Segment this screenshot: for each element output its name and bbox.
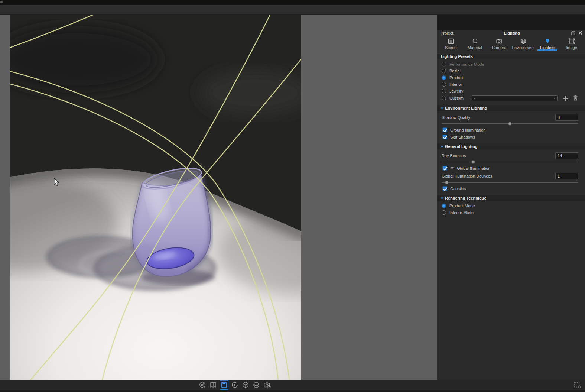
caustics-row[interactable]: Caustics	[442, 185, 578, 192]
self-shadows-row[interactable]: Self Shadows	[442, 134, 578, 140]
ray-bounces-row: Ray Bounces	[442, 152, 578, 159]
workspace-background: Project Lighting Scene	[0, 15, 437, 380]
self-shadows-checkbox[interactable]	[442, 135, 447, 139]
environment-lighting-header[interactable]: Environment Lighting	[437, 105, 585, 111]
radio-interior-mode[interactable]	[442, 210, 446, 215]
animation-button[interactable]	[230, 380, 239, 389]
preset-jewelry[interactable]: Jewelry	[442, 88, 578, 94]
ray-bounces-input[interactable]	[555, 152, 578, 159]
global-illumination-expander-icon[interactable]	[451, 167, 454, 169]
collapse-chevron-icon	[441, 196, 443, 199]
xr-cube-icon	[242, 381, 249, 389]
collapse-chevron-icon	[441, 144, 443, 147]
undock-panel-icon[interactable]	[571, 30, 575, 35]
gi-bounces-slider-handle[interactable]	[445, 181, 449, 184]
ground-illumination-checkbox[interactable]	[442, 127, 447, 132]
import-button[interactable]	[198, 380, 207, 389]
radio-product[interactable]	[442, 75, 446, 80]
window-titlebar	[0, 0, 585, 5]
main-toolbar	[0, 5, 585, 15]
interior-mode-row[interactable]: Interior Mode	[442, 209, 578, 216]
material-studio-icon	[253, 381, 260, 389]
keyshotxr-button[interactable]	[241, 380, 250, 389]
import-icon	[199, 381, 206, 389]
library-button[interactable]	[209, 380, 218, 389]
radio-custom[interactable]	[442, 96, 446, 100]
radio-interior[interactable]	[442, 82, 446, 87]
global-illumination-row[interactable]: Global Illumination	[442, 165, 578, 171]
render-camera-icon	[263, 381, 271, 389]
radio-basic[interactable]	[442, 69, 446, 73]
scene-list-icon	[448, 38, 454, 45]
custom-preset-dropdown[interactable]: -	[472, 95, 558, 101]
studio-button[interactable]	[252, 380, 261, 389]
tab-scene[interactable]: Scene	[439, 37, 463, 51]
lighting-presets-title: Lighting Presets	[441, 54, 473, 59]
project-button[interactable]	[220, 380, 228, 389]
panel-active-tab-title: Lighting	[453, 31, 571, 35]
window-bottom-strip	[0, 390, 585, 392]
gi-bounces-slider[interactable]	[442, 180, 578, 185]
tab-lighting-label: Lighting	[540, 45, 555, 50]
gi-bounces-row: Global Illumination Bounces	[442, 172, 578, 180]
collapse-chevron-icon	[441, 106, 443, 109]
camera-icon	[496, 38, 503, 45]
project-panel-titlebar[interactable]: Project Lighting	[437, 30, 585, 36]
lighting-bulb-icon	[544, 38, 551, 45]
shadow-quality-input[interactable]	[555, 114, 578, 121]
dropdown-arrow-icon	[553, 98, 556, 99]
radio-product-mode[interactable]	[442, 204, 446, 208]
add-custom-preset-button[interactable]	[563, 95, 568, 101]
preset-interior[interactable]: Interior	[442, 81, 578, 88]
ray-bounces-slider[interactable]	[442, 160, 578, 164]
preset-product[interactable]: Product	[442, 74, 578, 81]
tab-lighting[interactable]: Lighting	[535, 37, 559, 51]
radio-performance-mode[interactable]	[442, 62, 446, 67]
gi-bounces-label: Global Illumination Bounces	[442, 174, 492, 178]
shadow-quality-slider[interactable]	[442, 122, 578, 126]
project-tab-bar: Scene Material Camera Environment Lighti…	[437, 36, 585, 51]
ray-bounces-label: Ray Bounces	[442, 153, 466, 158]
project-panel-label: Project	[441, 31, 453, 35]
tab-image[interactable]: Image	[559, 37, 584, 51]
lighting-presets-header: Lighting Presets	[437, 53, 585, 59]
tab-camera-label: Camera	[492, 45, 506, 50]
preset-performance-mode[interactable]: Performance Mode	[442, 61, 578, 68]
close-panel-icon[interactable]	[578, 30, 583, 35]
tab-material[interactable]: Material	[463, 37, 487, 51]
material-sphere-icon	[472, 38, 478, 45]
radio-jewelry[interactable]	[442, 89, 446, 93]
delete-custom-preset-button[interactable]	[573, 95, 578, 101]
tab-image-label: Image	[566, 45, 577, 50]
animation-icon	[231, 381, 238, 389]
global-illumination-checkbox[interactable]	[442, 166, 447, 171]
lighting-presets-options: Performance Mode Basic Product Interior …	[437, 59, 585, 102]
product-mode-row[interactable]: Product Mode	[442, 203, 578, 209]
keyshot-window: Project Lighting Scene	[0, 0, 585, 392]
project-panel: Project Lighting Scene	[437, 30, 585, 392]
shadow-quality-slider-handle[interactable]	[508, 122, 512, 126]
general-lighting-header[interactable]: General Lighting	[437, 143, 585, 149]
tab-environment-label: Environment	[512, 45, 535, 50]
tab-camera[interactable]: Camera	[487, 37, 511, 51]
gi-bounces-input[interactable]	[555, 173, 578, 179]
tab-material-label: Material	[468, 45, 482, 50]
bottom-toolbar	[0, 380, 585, 390]
shadow-quality-row: Shadow Quality	[442, 114, 578, 121]
tab-environment[interactable]: Environment	[511, 37, 535, 51]
preset-custom-row: Custom -	[442, 94, 578, 102]
render-scene	[10, 15, 301, 380]
environment-globe-icon	[520, 38, 527, 45]
rendering-technique-header[interactable]: Rendering Technique	[437, 195, 585, 201]
image-frame-icon	[568, 38, 575, 45]
caustics-checkbox[interactable]	[442, 186, 447, 191]
window-menu-stub-icon	[0, 1, 3, 3]
ray-bounces-slider-handle[interactable]	[471, 160, 475, 164]
preset-basic[interactable]: Basic	[442, 68, 578, 74]
realtime-viewport[interactable]	[10, 15, 301, 380]
project-panel-icon	[220, 381, 228, 389]
region-settings-button[interactable]	[573, 381, 581, 391]
ground-illumination-row[interactable]: Ground Illumination	[442, 127, 578, 133]
custom-preset-value: -	[474, 96, 476, 100]
render-button[interactable]	[263, 380, 272, 389]
